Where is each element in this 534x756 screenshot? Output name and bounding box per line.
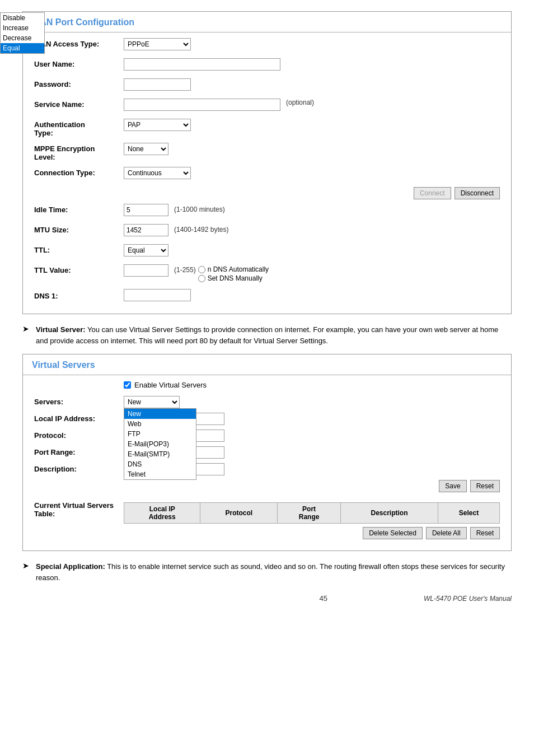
- dns-manual-radio[interactable]: [198, 275, 205, 282]
- servers-option-web[interactable]: Web: [124, 419, 196, 429]
- special-application-bullet: ➤ Special Application: This is to enable…: [22, 561, 512, 583]
- col-local-ip: Local IPAddress: [124, 503, 200, 524]
- wan-panel-title: WAN Port Configuration: [23, 12, 511, 32]
- servers-option-ftp[interactable]: FTP: [124, 429, 196, 439]
- disconnect-button[interactable]: Disconnect: [455, 187, 500, 199]
- servers-label: Servers:: [34, 396, 124, 406]
- mtu-size-input[interactable]: [124, 224, 168, 236]
- vs-panel: Virtual Servers Enable Virtual Servers S…: [22, 354, 512, 551]
- local-ip-label: Local IP Address:: [34, 413, 124, 423]
- auth-type-select[interactable]: PAP: [124, 119, 191, 131]
- servers-dropdown-container: New Web FTP E-Mail(POP3) E-Mail(SMTP) DN…: [124, 396, 180, 408]
- servers-option-email-pop3[interactable]: E-Mail(POP3): [124, 439, 196, 449]
- col-protocol: Protocol: [200, 503, 278, 524]
- password-label: Password:: [34, 78, 124, 88]
- dns1-label: DNS 1:: [34, 290, 124, 300]
- virtual-server-desc: You can use Virtual Server Settings to p…: [36, 325, 498, 345]
- ttl-option-equal[interactable]: Equal: [1, 43, 44, 53]
- wan-access-type-label: WAN Access Type:: [34, 38, 124, 48]
- servers-option-email-smtp[interactable]: E-Mail(SMTP): [124, 449, 196, 459]
- col-description: Description: [340, 503, 438, 524]
- auth-type-label: AuthenticationType:: [34, 119, 124, 137]
- servers-row: Servers: New Web FTP E-Mail(POP3) E-Mail…: [34, 396, 500, 408]
- mtu-size-hint: (1400-1492 bytes): [174, 224, 228, 234]
- virtual-server-prefix: Virtual Server:: [36, 325, 86, 334]
- servers-option-telnet[interactable]: Telnet: [124, 469, 196, 479]
- service-name-hint: (optional): [286, 99, 314, 106]
- service-name-input[interactable]: [124, 99, 280, 111]
- table-reset-button[interactable]: Reset: [470, 527, 500, 539]
- servers-select[interactable]: New Web FTP E-Mail(POP3) E-Mail(SMTP) DN…: [124, 396, 180, 408]
- col-port-range: PortRange: [278, 503, 341, 524]
- ttl-label: TTL:: [34, 244, 124, 254]
- connect-button[interactable]: Connect: [414, 187, 451, 199]
- idle-time-label: Idle Time:: [34, 204, 124, 214]
- ttl-value-controls: (1-255) n DNS Automatically Set DNS Manu…: [124, 264, 500, 282]
- special-application-prefix: Special Application:: [36, 562, 105, 571]
- enable-vs-row: Enable Virtual Servers: [124, 381, 500, 389]
- auth-type-controls: PAP: [124, 119, 500, 131]
- user-name-controls: [124, 58, 500, 71]
- wan-panel-body: WAN Access Type: PPPoE User Name: Passwo…: [23, 38, 511, 302]
- vs-table-label: Current Virtual ServersTable:: [34, 499, 124, 518]
- bullet-arrow-2: ➤: [22, 561, 31, 570]
- connection-type-select[interactable]: Continuous: [124, 167, 191, 179]
- col-select: Select: [438, 503, 500, 524]
- ttl-value-label: TTL Value:: [34, 264, 124, 274]
- protocol-row: Protocol:: [34, 430, 500, 442]
- page-footer: 45 WL-5470 POE User's Manual: [22, 594, 512, 603]
- vs-reset-button[interactable]: Reset: [470, 480, 500, 492]
- virtual-server-text: Virtual Server: You can use Virtual Serv…: [36, 324, 512, 346]
- vs-table-btn-row: Delete Selected Delete All Reset: [124, 527, 500, 539]
- delete-all-button[interactable]: Delete All: [426, 527, 467, 539]
- mppe-select[interactable]: None: [124, 143, 168, 155]
- service-name-label: Service Name:: [34, 99, 124, 109]
- enable-vs-label: Enable Virtual Servers: [134, 381, 207, 389]
- mtu-size-label: MTU Size:: [34, 224, 124, 234]
- password-input[interactable]: [124, 78, 191, 91]
- servers-option-dns[interactable]: DNS: [124, 459, 196, 469]
- enable-vs-checkbox[interactable]: [124, 381, 131, 389]
- idle-time-controls: (1-1000 minutes): [124, 204, 500, 216]
- manual-subtitle: User's Manual: [469, 595, 512, 603]
- user-name-row: User Name:: [34, 58, 500, 73]
- password-row: Password:: [34, 78, 500, 93]
- dns-auto-radio[interactable]: [198, 266, 205, 273]
- local-ip-row: Local IP Address:: [34, 413, 500, 425]
- dns1-input[interactable]: [124, 289, 191, 301]
- wan-access-type-row: WAN Access Type: PPPoE: [34, 38, 500, 53]
- virtual-server-bullet: ➤ Virtual Server: You can use Virtual Se…: [22, 324, 512, 346]
- vs-table-label-row: Current Virtual ServersTable: Local IPAd…: [34, 499, 500, 539]
- auth-type-row: AuthenticationType: PAP: [34, 119, 500, 137]
- ttl-option-increase[interactable]: Increase: [1, 23, 44, 33]
- servers-dropdown-open: New Web FTP E-Mail(POP3) E-Mail(SMTP) DN…: [124, 408, 196, 480]
- description-label: Description:: [34, 463, 124, 473]
- user-name-input[interactable]: [124, 58, 280, 71]
- idle-time-input[interactable]: [124, 204, 168, 216]
- ttl-value-input[interactable]: [124, 264, 168, 277]
- dns-auto-option: n DNS Automatically: [198, 265, 269, 273]
- ttl-option-disable[interactable]: Disable: [1, 13, 44, 23]
- delete-selected-button[interactable]: Delete Selected: [363, 527, 423, 539]
- dns1-row: DNS 1:: [34, 288, 500, 302]
- special-application-desc: This is to enable internet service such …: [36, 562, 505, 582]
- wan-access-type-controls: PPPoE: [124, 38, 500, 50]
- manual-title: WL-5470 POE User's Manual: [424, 595, 512, 603]
- ttl-option-decrease[interactable]: Decrease: [1, 33, 44, 43]
- ttl-value-hint: (1-255): [174, 264, 196, 274]
- port-range-row: Port Range:: [34, 446, 500, 459]
- vs-save-button[interactable]: Save: [439, 480, 466, 492]
- servers-option-new[interactable]: New: [124, 409, 196, 419]
- dns-options: n DNS Automatically Set DNS Manually: [198, 265, 269, 282]
- service-name-row: Service Name: (optional): [34, 99, 500, 113]
- description-row: Description:: [34, 463, 500, 475]
- ttl-value-row: TTL Value: (1-255) n DNS Automatically S…: [34, 264, 500, 282]
- ttl-select[interactable]: Equal Disable Increase Decrease: [124, 244, 168, 256]
- page-number: 45: [223, 594, 423, 603]
- mppe-label: MPPE EncryptionLevel:: [34, 143, 124, 161]
- mtu-size-controls: (1400-1492 bytes): [124, 224, 500, 236]
- protocol-label: Protocol:: [34, 430, 124, 440]
- wan-panel: WAN Port Configuration WAN Access Type: …: [22, 11, 512, 314]
- wan-access-type-select[interactable]: PPPoE: [124, 38, 191, 50]
- connection-type-row: Connection Type: Continuous: [34, 167, 500, 181]
